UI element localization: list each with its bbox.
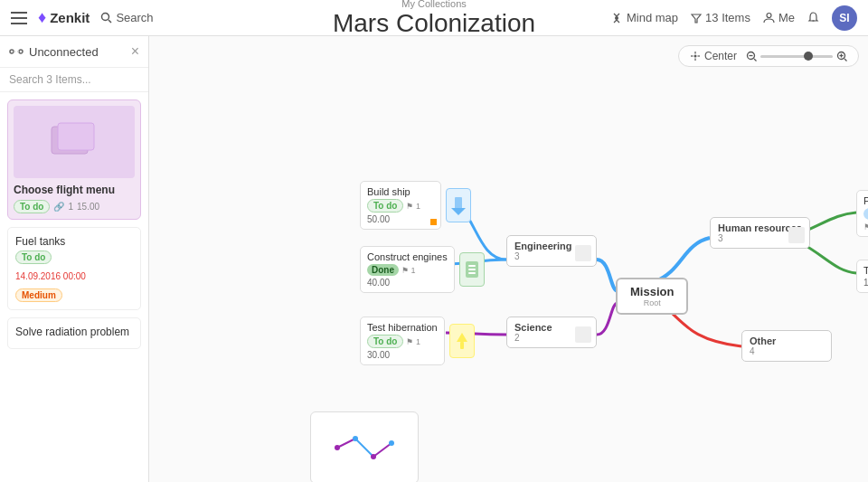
build-ship-icon — [446, 188, 471, 222]
sidebar-close-button[interactable]: × — [131, 43, 139, 60]
card-price: 15.00 — [77, 202, 99, 212]
mindmap-icon — [610, 12, 623, 24]
zoom-out-icon[interactable] — [746, 51, 757, 61]
sidebar-item-fuel-tanks[interactable]: Fuel tanks To do 14.09.2016 00:00 Medium — [7, 227, 141, 310]
zoom-thumb[interactable] — [804, 52, 813, 61]
svg-line-40 — [355, 439, 373, 457]
svg-line-39 — [337, 439, 355, 448]
train-crew-count: 12 — [863, 278, 868, 288]
center-icon — [690, 51, 701, 61]
group-science[interactable]: Science 2 — [506, 317, 597, 348]
app-logo[interactable]: ♦ Zenkit — [38, 8, 90, 27]
find-crew-badge: In Progress — [863, 208, 868, 220]
svg-rect-32 — [468, 272, 476, 274]
node-test-price: 30.00 — [367, 350, 438, 360]
filter-icon — [691, 13, 702, 24]
node-build-ship-dot — [430, 219, 437, 225]
group-hr-img — [788, 227, 805, 243]
svg-point-11 — [19, 50, 23, 53]
center-label: Center — [704, 50, 737, 62]
node-find-crew-meta2: ⚑ 1 200.00 — [863, 222, 868, 232]
node-construct-engines-badge: Done — [367, 264, 399, 276]
sidebar-item-radiation[interactable]: Solve radiation problem — [7, 317, 141, 349]
mission-label: Mission — [630, 285, 674, 298]
search-icon — [100, 12, 112, 24]
node-build-ship[interactable]: Build ship To do ⚑ 1 50.00 — [360, 181, 441, 230]
notification-button[interactable] — [807, 12, 819, 24]
canvas-toolbar: Center — [678, 45, 859, 67]
nav-left: ♦ Zenkit Search — [11, 8, 154, 27]
svg-line-1 — [108, 20, 111, 23]
unconnected-icon — [9, 44, 24, 59]
radiation-title: Solve radiation problem — [15, 326, 133, 338]
svg-point-45 — [389, 440, 394, 446]
node-build-ship-title: Build ship — [367, 186, 434, 197]
user-icon — [763, 12, 775, 24]
sidebar-header-left: Unconnected — [9, 44, 99, 59]
node-construct-engines[interactable]: Construct engines Done ⚑ 1 40.00 — [360, 246, 455, 293]
fuel-tanks-meta: To do — [15, 250, 133, 264]
node-construct-price: 40.00 — [367, 278, 448, 288]
fuel-tanks-badge: To do — [15, 250, 52, 264]
node-test-hibernation[interactable]: Test hibernation To do ⚑ 1 30.00 — [360, 317, 445, 365]
sidebar-search-label: Search 3 Items... — [0, 68, 148, 92]
node-build-ship-price: 50.00 — [367, 214, 434, 224]
node-test-hibernation-meta: To do ⚑ 1 — [367, 335, 438, 348]
center-button[interactable]: Center — [690, 50, 737, 62]
filter-button[interactable]: 13 Items — [691, 11, 750, 24]
page-title: Mars Colonization — [333, 9, 535, 38]
node-train-crew-title: Train crew — [863, 265, 868, 276]
sidebar-header-label: Unconnected — [29, 45, 99, 59]
logo-gem-icon: ♦ — [38, 8, 46, 27]
group-other[interactable]: Other 4 — [741, 330, 832, 362]
node-construct-engines-title: Construct engines — [367, 251, 448, 262]
card-title-flight: Choose flight menu — [14, 184, 135, 196]
zoom-track[interactable] — [760, 55, 833, 58]
card-meta-flight: To do 🔗 1 15.00 — [14, 200, 135, 213]
svg-rect-31 — [468, 269, 476, 270]
svg-line-6 — [617, 20, 619, 23]
test-hibernation-icon — [449, 324, 475, 358]
svg-rect-14 — [58, 123, 94, 150]
zoom-control[interactable] — [746, 51, 847, 61]
svg-point-8 — [767, 14, 771, 18]
nav-center: My Collections Mars Colonization — [333, 0, 535, 38]
node-find-crew[interactable]: Find crew In Progress ⚑ 1 200.00 — [856, 190, 868, 237]
svg-line-5 — [614, 20, 617, 23]
avatar[interactable]: SI — [832, 5, 857, 31]
mindmap-button[interactable]: Mind map — [610, 11, 678, 24]
logo-text: Zenkit — [50, 10, 90, 25]
node-construct-count: ⚑ 1 — [401, 266, 416, 275]
node-mission[interactable]: Mission Root — [616, 278, 688, 315]
group-science-img — [575, 326, 591, 343]
node-find-crew-title: Find crew — [863, 195, 868, 206]
group-engineering[interactable]: Engineering 3 — [506, 235, 597, 267]
mission-sublabel: Root — [630, 298, 674, 307]
hamburger-menu[interactable] — [11, 12, 27, 24]
group-other-count: 4 — [750, 346, 824, 356]
nav-right: Mind map 13 Items Me SI — [610, 5, 857, 31]
node-build-ship-meta: To do ⚑ 1 — [367, 199, 434, 213]
mind-map-canvas[interactable]: Center — [149, 36, 868, 482]
sidebar-card-choose-flight[interactable]: Choose flight menu To do 🔗 1 15.00 — [7, 99, 141, 220]
construct-engines-icon — [459, 252, 485, 287]
card-count: 1 — [68, 202, 73, 212]
group-human-resources[interactable]: Human resources 3 — [710, 217, 810, 249]
isolated-node[interactable] — [310, 411, 419, 482]
search-button[interactable]: Search — [100, 11, 153, 24]
top-nav: ♦ Zenkit Search My Collections Mars Colo… — [0, 0, 868, 36]
svg-point-44 — [371, 454, 376, 459]
collection-label: My Collections — [333, 0, 535, 9]
node-build-ship-count: ⚑ 1 — [406, 202, 420, 211]
card-link-icon: 🔗 — [53, 202, 64, 212]
node-test-hibernation-title: Test hibernation — [367, 322, 438, 333]
svg-point-15 — [693, 55, 696, 58]
items-label: 13 Items — [705, 11, 750, 24]
main-area: Unconnected × Search 3 Items... Choose f… — [0, 36, 868, 482]
me-button[interactable]: Me — [763, 11, 795, 24]
me-label: Me — [778, 11, 795, 24]
svg-rect-34 — [460, 342, 464, 349]
node-train-crew[interactable]: Train crew 12 — [856, 260, 868, 293]
fuel-tanks-date: 14.09.2016 00:00 — [15, 271, 86, 281]
zoom-in-icon[interactable] — [836, 51, 847, 61]
